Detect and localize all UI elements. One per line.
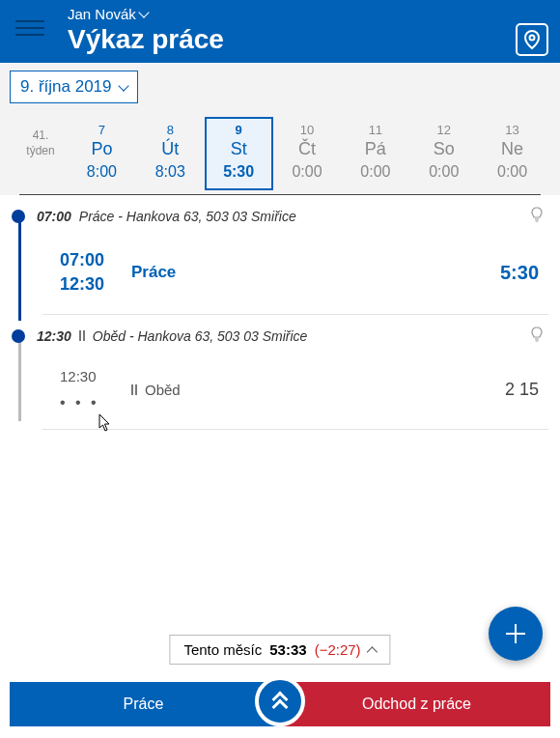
leave-work-button[interactable]: Odchod z práce bbox=[283, 682, 550, 726]
location-icon bbox=[523, 29, 541, 50]
card-times: 12:30 • • • bbox=[60, 368, 127, 412]
card-times: 07:00 12:30 bbox=[60, 248, 127, 297]
day-col[interactable]: 10 Čt 0:00 bbox=[273, 117, 342, 190]
card-main: Oběd bbox=[127, 382, 505, 398]
timeline-card[interactable]: 07:00 12:30 Práce 5:30 bbox=[42, 237, 548, 315]
date-picker-label: 9. října 2019 bbox=[20, 77, 112, 97]
add-fab[interactable] bbox=[489, 607, 543, 661]
date-bar: 9. října 2019 41. týden 7 Po 8:00 8 Út 8… bbox=[0, 63, 560, 195]
timeline-head[interactable]: 07:00 Práce - Hankova 63, 503 03 Smiřice bbox=[15, 195, 548, 237]
week-row: 41. týden 7 Po 8:00 8 Út 8:03 9 St 5:30 … bbox=[10, 103, 550, 194]
summary-label: Tento měsíc bbox=[183, 641, 262, 658]
pause-icon bbox=[131, 384, 137, 395]
timeline-start: 07:00 bbox=[37, 209, 71, 224]
ellipsis-icon[interactable]: • • • bbox=[60, 394, 127, 412]
timeline-entry: 07:00 Práce - Hankova 63, 503 03 Smiřice… bbox=[15, 195, 548, 315]
day-col[interactable]: 13 Ne 0:00 bbox=[478, 117, 546, 190]
timeline-dot-icon bbox=[12, 329, 25, 343]
bulb-icon bbox=[531, 326, 543, 345]
timeline-dot-icon bbox=[12, 210, 25, 223]
svg-point-0 bbox=[530, 36, 535, 41]
location-button[interactable] bbox=[516, 23, 548, 56]
card-main: Práce bbox=[127, 263, 500, 282]
day-col[interactable]: 8 Út 8:03 bbox=[136, 117, 205, 190]
work-button[interactable]: Práce bbox=[10, 682, 277, 726]
timeline: 07:00 Práce - Hankova 63, 503 03 Smiřice… bbox=[0, 195, 560, 430]
day-col[interactable]: 7 Po 8:00 bbox=[68, 117, 136, 190]
user-name: Jan Novák bbox=[68, 6, 136, 22]
bottom-bar: Práce Odchod z práce bbox=[0, 676, 560, 738]
summary-delta: (−2:27) bbox=[315, 641, 361, 658]
pause-icon bbox=[79, 330, 85, 341]
page-title: Výkaz práce bbox=[68, 24, 548, 55]
app-header: Jan Novák Výkaz práce bbox=[0, 0, 560, 63]
month-summary[interactable]: Tento měsíc 53:33 (−2:27) bbox=[169, 635, 390, 665]
chevron-down-icon bbox=[138, 7, 149, 17]
summary-total: 53:33 bbox=[269, 641, 306, 658]
timeline-label: Oběd - Hankova 63, 503 03 Smiřice bbox=[93, 328, 308, 344]
day-col[interactable]: 11 Pá 0:00 bbox=[341, 117, 409, 190]
date-picker-button[interactable]: 9. října 2019 bbox=[10, 71, 138, 103]
bulb-icon bbox=[531, 207, 543, 225]
mouse-cursor-icon bbox=[98, 413, 112, 433]
hamburger-icon[interactable] bbox=[15, 17, 44, 39]
timeline-card[interactable]: 12:30 • • • Oběd 2 15 bbox=[42, 356, 548, 430]
card-duration: 5:30 bbox=[500, 262, 539, 284]
timeline-head[interactable]: 12:30 Oběd - Hankova 63, 503 03 Smiřice bbox=[15, 315, 548, 356]
timeline-entry: 12:30 Oběd - Hankova 63, 503 03 Smiřice … bbox=[15, 315, 548, 430]
chevron-down-icon bbox=[118, 80, 128, 91]
week-number-label: 41. týden bbox=[14, 117, 68, 190]
chevron-up-icon bbox=[367, 646, 378, 657]
expand-handle[interactable] bbox=[255, 676, 305, 726]
double-chevron-up-icon bbox=[274, 694, 286, 709]
day-col-selected[interactable]: 9 St 5:30 bbox=[205, 117, 273, 190]
plus-icon bbox=[503, 621, 528, 646]
timeline-start: 12:30 bbox=[37, 328, 71, 344]
card-duration: 2 15 bbox=[505, 380, 539, 400]
day-col[interactable]: 12 So 0:00 bbox=[409, 117, 478, 190]
timeline-label: Práce - Hankova 63, 503 03 Smiřice bbox=[79, 209, 296, 224]
user-selector[interactable]: Jan Novák bbox=[68, 6, 548, 22]
